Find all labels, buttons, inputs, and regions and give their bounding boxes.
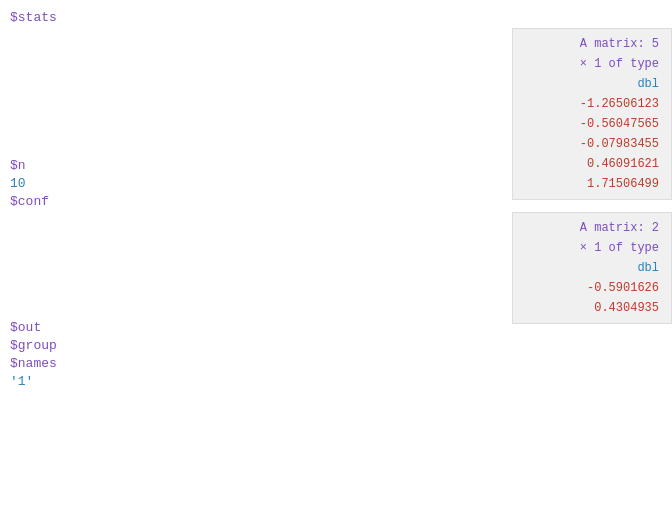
matrix1-header-1: A matrix: 5 (525, 34, 659, 54)
conf-label: $conf (10, 194, 49, 209)
console-output: $stats A matrix: 5 × 1 of type dbl -1.26… (0, 10, 672, 392)
matrix1-header-3: dbl (525, 74, 659, 94)
out-label: $out (10, 320, 41, 335)
matrix1-value-2: -0.56047565 (525, 114, 659, 134)
matrix1-header-2: × 1 of type (525, 54, 659, 74)
matrix2-header-1: A matrix: 2 (525, 218, 659, 238)
matrix2-header-3: dbl (525, 258, 659, 278)
group-line: $group (0, 338, 672, 356)
names-line: $names (0, 356, 672, 374)
stats-line: $stats (0, 10, 672, 28)
matrix1-section: A matrix: 5 × 1 of type dbl -1.26506123 … (0, 28, 672, 158)
n-label: $n (10, 158, 26, 173)
matrix1-value-3: -0.07983455 (525, 134, 659, 154)
matrix2-value-2: 0.4304935 (525, 298, 659, 318)
names-value: '1' (10, 374, 33, 389)
matrix1-panel: A matrix: 5 × 1 of type dbl -1.26506123 … (512, 28, 672, 200)
group-label: $group (10, 338, 57, 353)
stats-label: $stats (10, 10, 57, 25)
names-value-line: '1' (0, 374, 672, 392)
matrix2-header-2: × 1 of type (525, 238, 659, 258)
matrix1-value-1: -1.26506123 (525, 94, 659, 114)
matrix2-panel: A matrix: 2 × 1 of type dbl -0.5901626 0… (512, 212, 672, 324)
matrix1-value-4: 0.46091621 (525, 154, 659, 174)
matrix2-section: A matrix: 2 × 1 of type dbl -0.5901626 0… (0, 212, 672, 312)
n-value: 10 (10, 176, 26, 191)
matrix2-value-1: -0.5901626 (525, 278, 659, 298)
names-label: $names (10, 356, 57, 371)
matrix1-value-5: 1.71506499 (525, 174, 659, 194)
